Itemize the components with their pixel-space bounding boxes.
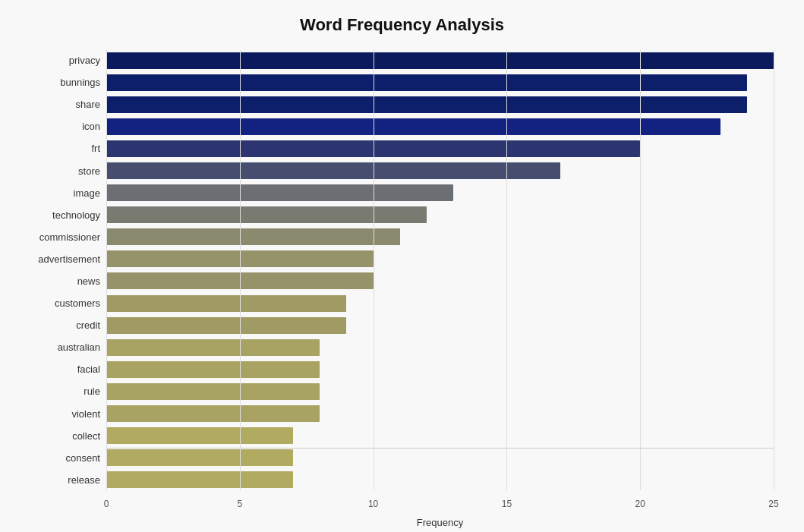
bar-row: commissioner [106,227,774,247]
bar-row: news [106,271,774,291]
bar-label: icon [8,121,106,132]
bar [106,449,293,466]
bar-label: technology [8,209,106,221]
bar [106,361,320,378]
bar [106,272,374,289]
bar-label: collect [8,430,106,442]
bar-row: consent [106,448,774,467]
bar [106,317,346,334]
bar-row: privacy [106,51,774,71]
bar-row: bunnings [106,73,774,93]
bars-wrapper: privacybunningsshareiconfrtstoreimagetec… [106,50,774,490]
bar-row: technology [106,205,774,225]
bar-label: frt [8,143,106,154]
x-tick: 15 [502,499,512,509]
bar [106,427,293,444]
bar [106,339,320,356]
x-tick: 10 [368,499,378,509]
bar [106,184,453,201]
bar [106,383,320,400]
bar [106,405,320,422]
bar-row: customers [106,294,774,313]
bar-label: privacy [8,55,106,66]
bar-label: store [8,165,106,177]
bar-label: customers [8,297,106,309]
bar-row: store [106,161,774,181]
bar-row: collect [106,426,774,445]
bar [106,162,560,179]
bar-row: icon [106,117,774,137]
grid-line [774,50,774,490]
bar [106,250,374,267]
chart-container: Word Frequency Analysis privacybunningss… [0,0,804,532]
bar-label: advertisement [8,253,106,265]
bar-label: violent [8,408,106,420]
bar-label: image [8,187,106,199]
bar-label: news [8,275,106,287]
bar-row: advertisement [106,249,774,269]
bar-label: commissioner [8,231,106,243]
bar [106,96,747,113]
bar-row: violent [106,404,774,423]
bar [106,206,427,223]
x-tick: 5 [237,499,242,509]
bar-label: release [8,474,106,486]
bar [106,140,640,157]
bar-label: rule [8,386,106,397]
bar-row: rule [106,382,774,401]
bar-row: credit [106,316,774,335]
x-tick: 25 [768,499,778,509]
bar [106,295,346,312]
bar-label: australian [8,342,106,353]
bar-row: release [106,470,774,490]
x-tick: 0 [104,499,109,509]
bar [106,471,293,488]
bar-label: share [8,99,106,110]
bar-label: consent [8,452,106,464]
x-axis-line [106,448,774,449]
bar-row: australian [106,338,774,357]
bar [106,118,720,135]
bar-row: image [106,183,774,203]
x-axis-label: Frequency [417,517,463,528]
bar-label: bunnings [8,77,106,88]
bar [106,74,747,91]
x-tick: 20 [635,499,645,509]
bar-row: frt [106,139,774,159]
bar [106,228,400,245]
chart-title: Word Frequency Analysis [30,15,774,35]
bar-label: credit [8,320,106,331]
bar [106,52,774,69]
bar-row: facial [106,360,774,379]
bar-row: share [106,95,774,115]
x-axis-ticks: 0510152025 [106,499,774,514]
x-axis: 0510152025 Frequency [106,499,774,528]
bar-label: facial [8,364,106,375]
chart-area: privacybunningsshareiconfrtstoreimagetec… [106,50,774,490]
